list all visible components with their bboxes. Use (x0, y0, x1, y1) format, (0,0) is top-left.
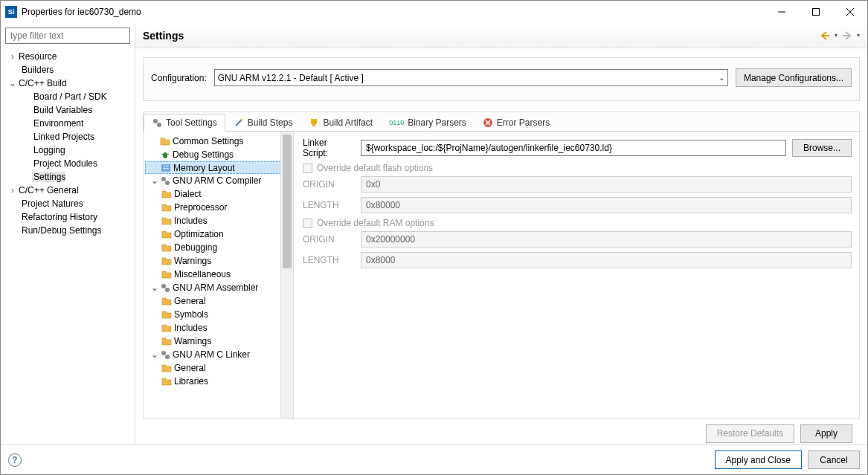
folder-icon (161, 202, 172, 213)
filter-input[interactable] (5, 28, 130, 44)
nav-item-refactor[interactable]: Refactoring History (5, 210, 135, 224)
nav-item-resource[interactable]: ›Resource (5, 50, 135, 63)
tree-item-miscellaneous[interactable]: Miscellaneous (145, 268, 293, 281)
ram-origin-input: 0x20000000 (361, 231, 852, 248)
nav-item-linked[interactable]: Linked Projects (5, 130, 135, 143)
flash-length-label: LENGTH (303, 200, 355, 210)
nav-item-ccgeneral[interactable]: ›C/C++ General (5, 184, 135, 197)
folder-icon (161, 269, 172, 279)
tree-label: Common Settings (173, 136, 243, 146)
svg-point-20 (161, 284, 166, 288)
properties-dialog: Si Properties for iec60730_demo ›Resourc… (0, 0, 868, 475)
chevron-down-icon: ⌄ (8, 78, 17, 88)
tab-label: Error Parsers (497, 117, 550, 128)
gears-icon (160, 349, 170, 360)
tab-label: Tool Settings (166, 117, 217, 128)
tree-item-dialect[interactable]: Dialect (145, 187, 293, 201)
tab-tool-settings[interactable]: Tool Settings (144, 114, 225, 132)
nav-item-builders[interactable]: Builders (5, 63, 135, 77)
tree-label: GNU ARM C Linker (173, 349, 250, 360)
forward-arrow-icon[interactable] (842, 30, 852, 41)
tab-build-steps[interactable]: Build Steps (225, 113, 301, 131)
tab-build-artifact[interactable]: Build Artifact (300, 113, 381, 131)
nav-label: Resource (17, 51, 57, 62)
tree-item-compiler[interactable]: ⌄GNU ARM C Compiler (145, 174, 293, 187)
folder-icon (161, 296, 172, 306)
tree-item-debug-settings[interactable]: Debug Settings (145, 148, 293, 161)
tree-item-warnings-asm[interactable]: Warnings (145, 335, 293, 348)
tab-error-parsers[interactable]: Error Parsers (475, 113, 558, 131)
ram-length-value: 0x8000 (366, 255, 395, 265)
manage-configurations-button[interactable]: Manage Configurations... (736, 68, 852, 87)
linker-script-input[interactable]: ${workspace_loc:/${ProjName}/autogen/lin… (361, 140, 786, 156)
tree-item-warnings[interactable]: Warnings (145, 254, 293, 268)
nav-item-buildvars[interactable]: Build Variables (5, 103, 135, 117)
error-icon (483, 117, 493, 128)
tree-item-general[interactable]: General (145, 294, 293, 308)
minimize-button[interactable] (765, 1, 799, 23)
tools-icon (152, 117, 162, 128)
tree-item-general-linker[interactable]: General (145, 361, 293, 375)
dropdown-caret-icon[interactable]: ▾ (835, 32, 838, 39)
back-arrow-icon[interactable] (820, 30, 830, 41)
titlebar-left: Si Properties for iec60730_demo (5, 6, 141, 18)
tree-item-preprocessor[interactable]: Preprocessor (145, 201, 293, 214)
dropdown-caret-icon[interactable]: ▾ (857, 32, 860, 39)
tab-binary-parsers[interactable]: 0110 Binary Parsers (381, 113, 475, 131)
svg-point-18 (161, 177, 166, 181)
svg-point-22 (161, 351, 166, 355)
nav-item-settings[interactable]: Settings (5, 170, 135, 184)
tabstrip: Tool Settings Build Steps Build Artifact… (144, 112, 859, 132)
tree-label: General (174, 296, 206, 306)
maximize-button[interactable] (799, 1, 833, 23)
tool-tree[interactable]: Common Settings Debug Settings Memory La… (144, 132, 293, 419)
nav-item-environment[interactable]: Environment (5, 117, 135, 130)
configuration-value: GNU ARM v12.2.1 - Default [ Active ] (218, 73, 364, 83)
tree-item-common-settings[interactable]: Common Settings (145, 135, 293, 148)
chevron-down-icon: ⌄ (150, 282, 160, 293)
folder-icon (161, 336, 172, 346)
restore-defaults-button[interactable]: Restore Defaults (706, 424, 794, 443)
nav-item-board[interactable]: Board / Part / SDK (5, 90, 135, 103)
apply-button[interactable]: Apply (800, 424, 852, 443)
ram-length-label: LENGTH (303, 255, 355, 265)
nav-item-projmod[interactable]: Project Modules (5, 157, 135, 170)
override-flash-row: Override default flash options (303, 163, 852, 173)
folder-icon (161, 229, 172, 239)
tree-item-assembler[interactable]: ⌄GNU ARM Assembler (145, 281, 293, 294)
nav-label: Linked Projects (32, 132, 94, 142)
browse-button[interactable]: Browse... (792, 139, 852, 157)
tree-item-memory-layout[interactable]: Memory Layout (145, 161, 293, 174)
tree-label: Warnings (174, 336, 211, 346)
close-button[interactable] (833, 1, 867, 23)
tree-item-libraries[interactable]: Libraries (145, 375, 293, 388)
scrollbar-thumb[interactable] (283, 135, 292, 268)
dialog-button-bar: ? Apply and Close Cancel (1, 445, 867, 474)
tree-item-symbols[interactable]: Symbols (145, 308, 293, 321)
folder-icon (161, 256, 172, 266)
tool-tree-panel: Common Settings Debug Settings Memory La… (144, 132, 294, 419)
nav-item-logging[interactable]: Logging (5, 143, 135, 157)
cancel-button[interactable]: Cancel (808, 450, 860, 469)
tree-label: Warnings (174, 256, 211, 266)
tab-label: Binary Parsers (408, 117, 466, 128)
configuration-select[interactable]: GNU ARM v12.2.1 - Default [ Active ] ⌄ (214, 69, 728, 86)
nav-label: C/C++ Build (17, 78, 67, 88)
tree-item-optimization[interactable]: Optimization (145, 227, 293, 241)
titlebar: Si Properties for iec60730_demo (1, 1, 867, 23)
window-title: Properties for iec60730_demo (22, 7, 141, 17)
nav-item-rundebug[interactable]: Run/Debug Settings (5, 224, 135, 237)
linker-script-value: ${workspace_loc:/${ProjName}/autogen/lin… (366, 143, 612, 153)
tree-item-debugging[interactable]: Debugging (145, 241, 293, 254)
folder-icon (161, 216, 172, 226)
folder-icon (161, 323, 172, 333)
nav-item-projnatures[interactable]: Project Natures (5, 197, 135, 210)
tree-item-linker[interactable]: ⌄GNU ARM C Linker (145, 348, 293, 361)
nav-item-ccbuild[interactable]: ⌄C/C++ Build (5, 77, 135, 90)
help-icon[interactable]: ? (8, 453, 22, 467)
scrollbar[interactable] (280, 132, 293, 419)
apply-and-close-button[interactable]: Apply and Close (715, 450, 802, 469)
tree-item-includes[interactable]: Includes (145, 214, 293, 227)
nav-label: Builders (20, 65, 54, 75)
tree-item-includes-asm[interactable]: Includes (145, 321, 293, 335)
